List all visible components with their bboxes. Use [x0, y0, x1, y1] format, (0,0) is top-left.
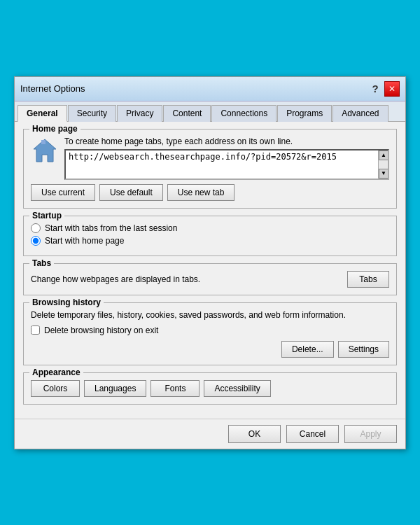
startup-home-page-label: Start with home page [45, 236, 124, 246]
tabs-row: General Security Privacy Content Connect… [15, 102, 405, 122]
ok-button[interactable]: OK [228, 425, 281, 443]
tab-content[interactable]: Content [163, 105, 211, 122]
history-buttons: Delete... Settings [31, 341, 389, 358]
home-buttons: Use current Use default Use new tab [31, 184, 389, 201]
tab-security[interactable]: Security [68, 105, 116, 122]
tab-advanced[interactable]: Advanced [332, 105, 388, 122]
content-area: Home page To create home page tabs, type… [15, 122, 405, 419]
tabs-group: Tabs Change how webpages are displayed i… [23, 263, 397, 295]
use-new-tab-button[interactable]: Use new tab [167, 184, 235, 201]
startup-last-session-row[interactable]: Start with tabs from the last session [31, 223, 389, 233]
delete-on-exit-label: Delete browsing history on exit [44, 326, 158, 335]
footer: OK Cancel Apply [15, 419, 405, 449]
home-icon [31, 136, 59, 164]
fonts-button[interactable]: Fonts [150, 380, 200, 397]
accessibility-button[interactable]: Accessibility [204, 380, 270, 397]
scroll-up-arrow[interactable]: ▲ [379, 150, 388, 160]
home-page-desc: To create home page tabs, type each addr… [64, 136, 389, 146]
startup-last-session-label: Start with tabs from the last session [45, 223, 177, 233]
tabs-description: Change how webpages are displayed in tab… [31, 274, 200, 284]
url-input[interactable] [66, 150, 378, 178]
settings-button[interactable]: Settings [338, 341, 389, 358]
startup-home-page-row[interactable]: Start with home page [31, 236, 389, 246]
languages-button[interactable]: Languages [84, 380, 146, 397]
delete-on-exit-checkbox[interactable] [31, 326, 40, 335]
title-bar-buttons: ? ✕ [368, 81, 400, 97]
delete-button[interactable]: Delete... [281, 341, 334, 358]
home-page-group: Home page To create home page tabs, type… [23, 129, 397, 209]
url-input-wrapper[interactable]: ▲ ▼ [64, 149, 389, 180]
delete-on-exit-row[interactable]: Delete browsing history on exit [31, 326, 389, 335]
tabs-legend: Tabs [29, 258, 54, 268]
browsing-history-group: Browsing history Delete temporary files,… [23, 302, 397, 365]
tab-general[interactable]: General [18, 105, 67, 122]
use-default-button[interactable]: Use default [99, 184, 163, 201]
tab-connections[interactable]: Connections [211, 105, 276, 122]
tabs-section: Change how webpages are displayed in tab… [31, 271, 389, 288]
appearance-legend: Appearance [29, 368, 83, 377]
tabs-button[interactable]: Tabs [347, 271, 389, 288]
home-page-legend: Home page [29, 124, 80, 134]
startup-last-session-radio[interactable] [31, 223, 41, 233]
cancel-button[interactable]: Cancel [286, 425, 339, 443]
browsing-history-legend: Browsing history [29, 298, 104, 307]
scroll-down-arrow[interactable]: ▼ [379, 169, 388, 178]
history-desc: Delete temporary files, history, cookies… [31, 310, 389, 320]
startup-legend: Startup [29, 211, 64, 220]
title-bar: Internet Options ? ✕ [15, 77, 405, 102]
svg-rect-1 [41, 140, 46, 144]
apply-button[interactable]: Apply [344, 425, 397, 443]
close-button[interactable]: ✕ [384, 81, 400, 97]
appearance-group: Appearance Colors Languages Fonts Access… [23, 372, 397, 405]
tab-programs[interactable]: Programs [277, 105, 332, 122]
tab-privacy[interactable]: Privacy [117, 105, 162, 122]
colors-button[interactable]: Colors [31, 380, 80, 397]
startup-home-page-radio[interactable] [31, 236, 41, 246]
url-scrollbar[interactable]: ▲ ▼ [378, 150, 388, 178]
startup-group: Startup Start with tabs from the last se… [23, 216, 397, 256]
home-row: To create home page tabs, type each addr… [31, 136, 389, 180]
dialog-title: Internet Options [20, 83, 85, 94]
use-current-button[interactable]: Use current [31, 184, 95, 201]
appearance-buttons: Colors Languages Fonts Accessibility [31, 380, 389, 397]
help-button[interactable]: ? [368, 81, 383, 97]
